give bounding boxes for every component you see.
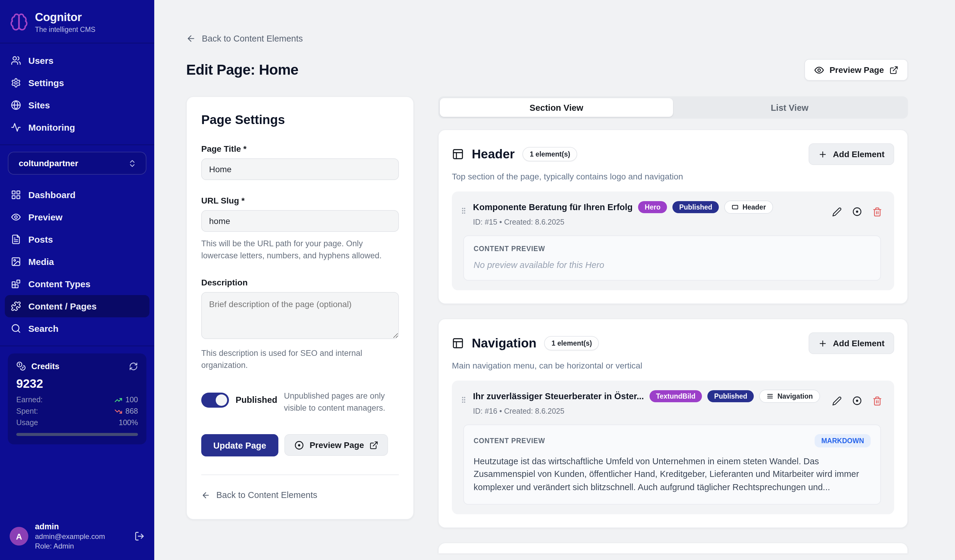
- refresh-icon[interactable]: [129, 362, 138, 371]
- element-meta: ID: #16 • Created: 8.6.2025: [473, 407, 823, 415]
- sidebar-main-nav: Dashboard Preview Posts Media: [0, 181, 154, 346]
- sidebar-item-dashboard[interactable]: Dashboard: [5, 184, 149, 206]
- site-selector-value: coltundpartner: [19, 158, 78, 168]
- main-content: Back to Content Elements Edit Page: Home…: [154, 0, 955, 560]
- drag-handle-icon[interactable]: [460, 395, 468, 405]
- edit-pencil-icon[interactable]: [832, 396, 842, 406]
- sidebar-item-label: Media: [28, 256, 54, 267]
- page-title-input[interactable]: [201, 158, 399, 180]
- sidebar-item-label: Posts: [28, 234, 53, 245]
- plus-icon: [819, 339, 828, 348]
- puzzle-icon: [11, 301, 21, 311]
- trending-down-icon: [114, 407, 122, 415]
- back-to-content-elements-link-bottom[interactable]: Back to Content Elements: [201, 490, 317, 500]
- content-preview-box: CONTENT PREVIEW MARKDOWN Heutzutage ist …: [463, 424, 881, 505]
- content-element: Komponente Beratung für Ihren Erfolg Her…: [452, 192, 894, 290]
- sidebar-item-posts[interactable]: Posts: [5, 228, 149, 251]
- content-preview-label: CONTENT PREVIEW: [474, 245, 545, 252]
- view-icon: [294, 440, 304, 450]
- description-help: This description is used for SEO and int…: [201, 347, 399, 371]
- element-meta: ID: #15 • Created: 8.6.2025: [473, 218, 823, 226]
- content-element: Ihr zuverlässiger Steuerberater in Öster…: [452, 381, 894, 515]
- sidebar-item-sites[interactable]: Sites: [5, 94, 149, 116]
- panels-layout-icon: [452, 148, 464, 160]
- chevrons-up-down-icon: [128, 159, 137, 168]
- published-toggle[interactable]: [201, 393, 229, 408]
- sidebar-item-label: Search: [28, 323, 58, 334]
- sidebar-item-preview[interactable]: Preview: [5, 206, 149, 228]
- sidebar-divider: [0, 346, 154, 346]
- view-icon[interactable]: [852, 396, 862, 406]
- content-preview-label: CONTENT PREVIEW: [474, 437, 545, 445]
- view-icon[interactable]: [852, 206, 862, 217]
- sidebar-item-search[interactable]: Search: [5, 317, 149, 340]
- sidebar-top-nav: Users Settings Sites Monitoring: [0, 44, 154, 145]
- earned-value: 100: [125, 396, 138, 404]
- credits-spent-row: Spent: 868: [16, 407, 138, 415]
- sidebar-item-content-types[interactable]: Content Types: [5, 273, 149, 295]
- sidebar-item-settings[interactable]: Settings: [5, 72, 149, 94]
- preview-text: Heutzutage ist das wirtschaftliche Umfel…: [474, 455, 870, 494]
- section-card-partial: [438, 543, 908, 554]
- description-textarea[interactable]: [201, 292, 399, 339]
- drag-handle-icon[interactable]: [460, 205, 468, 216]
- usage-progress-bar: [16, 433, 138, 436]
- user-panel: A admin admin@example.com Role: Admin: [0, 514, 154, 560]
- back-to-content-elements-link[interactable]: Back to Content Elements: [186, 34, 303, 44]
- section-description: Main navigation menu, can be horizontal …: [452, 361, 894, 370]
- external-link-icon: [369, 440, 378, 449]
- logout-icon[interactable]: [135, 531, 145, 541]
- sidebar-item-media[interactable]: Media: [5, 251, 149, 273]
- arrow-left-icon: [186, 34, 196, 44]
- trending-up-icon: [114, 396, 122, 404]
- arrow-left-icon: [201, 490, 210, 499]
- credits-balance: 9232: [16, 377, 138, 391]
- blocks-icon: [11, 279, 21, 289]
- sidebar-divider: [0, 145, 154, 145]
- spent-label: Spent:: [16, 407, 38, 415]
- eye-icon: [11, 212, 21, 222]
- edit-pencil-icon[interactable]: [832, 207, 842, 217]
- delete-trash-icon[interactable]: [872, 396, 882, 406]
- sidebar-item-monitoring[interactable]: Monitoring: [5, 116, 149, 139]
- section-card-header: Header 1 element(s) Add Element Top sect…: [438, 129, 908, 304]
- gear-icon: [11, 78, 21, 88]
- sidebar-item-label: Sites: [28, 100, 50, 110]
- brand-name: Cognitor: [35, 11, 96, 24]
- add-element-button[interactable]: Add Element: [809, 332, 894, 354]
- preview-page-button-secondary[interactable]: Preview Page: [284, 434, 388, 456]
- section-name: Navigation: [472, 336, 537, 351]
- sidebar-item-label: Content Types: [28, 279, 90, 289]
- description-label: Description: [201, 277, 399, 287]
- credits-usage-row: Usage 100%: [16, 418, 138, 427]
- plus-icon: [819, 150, 828, 159]
- preview-page-button[interactable]: Preview Page: [804, 59, 908, 81]
- element-section-badge: Header: [724, 201, 773, 214]
- tab-list-view[interactable]: List View: [673, 98, 906, 117]
- site-selector[interactable]: coltundpartner: [8, 152, 146, 175]
- search-icon: [11, 323, 21, 334]
- sidebar-item-label: Dashboard: [28, 190, 76, 200]
- sidebar-item-users[interactable]: Users: [5, 49, 149, 72]
- credits-label: Credits: [31, 362, 59, 371]
- dashboard-grid-icon: [11, 190, 21, 200]
- sidebar-item-label: Content / Pages: [28, 301, 97, 311]
- element-status-badge: Published: [672, 201, 719, 213]
- update-page-button[interactable]: Update Page: [201, 434, 279, 456]
- page-title-label: Page Title *: [201, 144, 399, 154]
- element-status-badge: Published: [708, 390, 754, 402]
- add-element-button[interactable]: Add Element: [809, 143, 894, 165]
- url-slug-input[interactable]: [201, 210, 399, 232]
- sidebar-item-content-pages[interactable]: Content / Pages: [5, 295, 149, 317]
- section-description: Top section of the page, typically conta…: [452, 172, 894, 181]
- sidebar-item-label: Monitoring: [28, 122, 75, 133]
- delete-trash-icon[interactable]: [872, 207, 882, 217]
- avatar: A: [9, 527, 28, 546]
- user-name: admin: [35, 522, 105, 531]
- sidebar-item-label: Users: [28, 55, 53, 66]
- brand: Cognitor The intelligent CMS: [0, 0, 154, 43]
- tab-section-view[interactable]: Section View: [440, 98, 673, 117]
- markdown-badge: MARKDOWN: [815, 434, 870, 448]
- earned-label: Earned:: [16, 396, 43, 404]
- sidebar-item-label: Preview: [28, 212, 63, 222]
